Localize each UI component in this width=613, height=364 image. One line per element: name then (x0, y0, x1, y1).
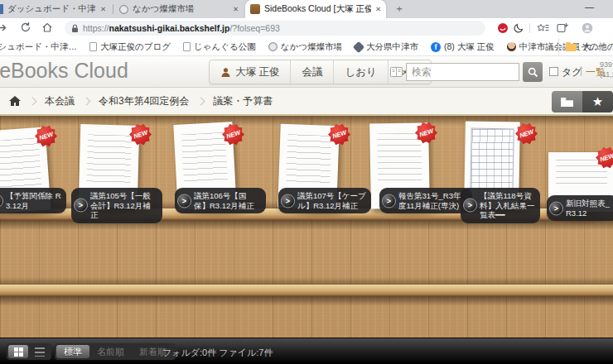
bookmark-facebook[interactable]: f (8) 大塚 正俊 (431, 41, 495, 53)
app-logo: SideBooks Cloud (0, 59, 128, 83)
document-label[interactable]: > 【予算関係除 R3.12月 (0, 188, 66, 213)
list-view-button[interactable] (30, 345, 50, 358)
bookmark-nakatsu-market[interactable]: なかつ燦燦市場 (268, 41, 342, 53)
tab-close-icon[interactable]: ✕ (100, 5, 106, 13)
tag-checkbox[interactable] (549, 67, 558, 76)
folder-icon (566, 44, 577, 51)
header-divider: | (580, 65, 582, 76)
nav-label: 会議 (302, 65, 322, 79)
bookmark-label: なかつ燦燦市場 (281, 41, 342, 53)
chevron-right-icon (29, 97, 37, 105)
page-text-lines (86, 134, 132, 183)
browser-toolbar: https://nakatsushi-gikai.backshelf.jp/?f… (0, 18, 613, 38)
search-input[interactable] (406, 63, 519, 81)
globe-icon (268, 42, 278, 51)
city-emblem-icon (353, 41, 364, 52)
document-title: 【予算関係除 R3.12月 (6, 191, 61, 210)
refresh-icon[interactable] (20, 22, 31, 33)
lock-icon (71, 24, 79, 33)
bookmarks-bar: ダッシュボード・中津… 大塚正俊のブログ じゃんぐる公園 なかつ燦燦市場 大分県… (0, 38, 613, 56)
other-favorites-label: その他のお気に入り (581, 41, 613, 53)
document-label[interactable]: > 【議第118号資料】入札結果一覧表━━ (461, 188, 540, 223)
storage-size: (11,2 (600, 69, 613, 79)
tab-sidebooks[interactable]: SideBooks Cloud [大塚 正俊] 議 ✕ (245, 0, 386, 18)
sort-standard-button[interactable]: 標準 (56, 345, 89, 358)
document-title: 議第106号【国保】R3.12月補正 (194, 191, 254, 210)
breadcrumb-item[interactable]: 本会議 (41, 94, 79, 108)
star-icon: ★ (592, 94, 603, 109)
breadcrumb-item[interactable]: 議案・予算書 (209, 94, 277, 108)
tab-close-icon[interactable]: ✕ (233, 5, 239, 13)
chevron-right-icon (83, 97, 91, 105)
forward-icon[interactable] (0, 22, 8, 34)
app-header: SideBooks Cloud 大塚 正俊 会議 しおり メモ タグ | (0, 56, 613, 88)
bookmark-nakatsu-city[interactable]: 大分県中津市 (355, 41, 418, 53)
view-toggle-group (7, 343, 51, 360)
page-icon (89, 42, 97, 51)
folder-view-button[interactable] (552, 91, 582, 113)
tab-strip: ダッシュボード・中津市議会議員 大 ✕ なかつ燦燦市場 ✕ SideBooks … (0, 0, 613, 18)
new-tab-button[interactable]: ＋ (393, 2, 406, 16)
open-doc-button[interactable]: > (382, 194, 396, 208)
folder-icon (560, 97, 574, 108)
document-label[interactable]: > 新旧対照表_R3.12 (547, 195, 613, 221)
extension-red-icon[interactable] (497, 22, 509, 34)
tag-checkbox-label: タグ (562, 65, 582, 79)
nav-label: しおり (345, 65, 376, 79)
window-minimize-button[interactable]: — (585, 2, 594, 12)
footer-toolbar: 標準 名前順 新着順 フォルダ:0件 ファイル:7件 (0, 338, 613, 364)
tab-title: ダッシュボード・中津市議会議員 大 (7, 3, 96, 15)
document-title: 【議第118号資料】入札結果一覧表━━ (480, 191, 535, 219)
open-doc-button[interactable]: > (177, 194, 191, 208)
address-bar[interactable]: https://nakatsushi-gikai.backshelf.jp/?f… (65, 21, 485, 36)
tab-nakatsu-market[interactable]: なかつ燦燦市場 ✕ (114, 0, 244, 18)
tab-divider (113, 4, 113, 14)
shelf-shadow (0, 277, 613, 285)
tab-title: SideBooks Cloud [大塚 正俊] 議 (264, 3, 371, 15)
favorites-icon[interactable] (537, 22, 549, 33)
page-text-lines (377, 133, 422, 184)
nav-bookmarks-button[interactable]: しおり (333, 60, 387, 84)
document-label[interactable]: > 議第107号【ケーブル】R3.12月補正 (278, 188, 371, 213)
favorites-view-button[interactable]: ★ (582, 91, 613, 113)
page-text-lines (181, 132, 228, 184)
document-label[interactable]: > 議第105号【一般会計】R3.12月補正 (71, 188, 162, 223)
shelf-shadow (0, 296, 613, 306)
avatar-icon (507, 42, 516, 51)
nav-meetings-button[interactable]: 会議 (290, 60, 333, 84)
document-title: 議第107号【ケーブル】R3.12月補正 (297, 191, 366, 210)
open-doc-button[interactable]: > (0, 194, 3, 208)
bookmark-blog[interactable]: 大塚正俊のブログ (89, 41, 171, 53)
storage-counter: 939 冊 (11,2 (600, 60, 613, 79)
document-label[interactable]: > 報告第31号_R3年度11月補正(専決) (379, 188, 472, 213)
list-icon (35, 347, 45, 357)
breadcrumb-item[interactable]: 令和3年第4回定例会 (94, 94, 193, 108)
home-icon[interactable] (8, 95, 22, 107)
collections-icon[interactable] (557, 22, 568, 33)
moon-extension-icon[interactable] (514, 22, 524, 33)
open-doc-button[interactable]: > (463, 199, 477, 213)
grid-view-button[interactable] (8, 345, 28, 358)
tab-dashboard[interactable]: ダッシュボード・中津市議会議員 大 ✕ (0, 0, 111, 18)
sort-by-name-button[interactable]: 名前順 (89, 345, 132, 358)
profile-avatar-icon[interactable] (582, 22, 593, 34)
user-button[interactable]: 大塚 正俊 (210, 60, 290, 84)
bookmark-jungle-park[interactable]: じゃんぐる公園 (183, 41, 256, 53)
bookshelf: NEW NEW NEW NEW NEW NEW NEW > 【予算関係除 R3.… (0, 116, 613, 338)
page-text-lines (0, 137, 41, 189)
home-icon[interactable] (41, 22, 53, 33)
browser-window: ダッシュボード・中津市議会議員 大 ✕ なかつ燦燦市場 ✕ SideBooks … (0, 0, 613, 364)
bookmark-label: じゃんぐる公園 (194, 41, 256, 53)
shelf-view-buttons: ★ (552, 91, 613, 113)
search-button[interactable] (523, 62, 543, 82)
tab-close-icon[interactable]: ✕ (375, 5, 381, 13)
page-icon (183, 42, 191, 51)
open-doc-button[interactable]: > (281, 194, 295, 208)
other-favorites-button[interactable]: その他のお気に入り (558, 38, 613, 56)
open-doc-button[interactable]: > (549, 201, 563, 215)
document-label[interactable]: > 議第106号【国保】R3.12月補正 (175, 188, 266, 213)
dashboard-favicon-icon (0, 4, 3, 14)
bookmark-label: 大分県中津市 (366, 41, 418, 53)
bookmark-dashboard[interactable]: ダッシュボード・中津… (0, 41, 77, 53)
open-doc-button[interactable]: > (74, 199, 88, 213)
